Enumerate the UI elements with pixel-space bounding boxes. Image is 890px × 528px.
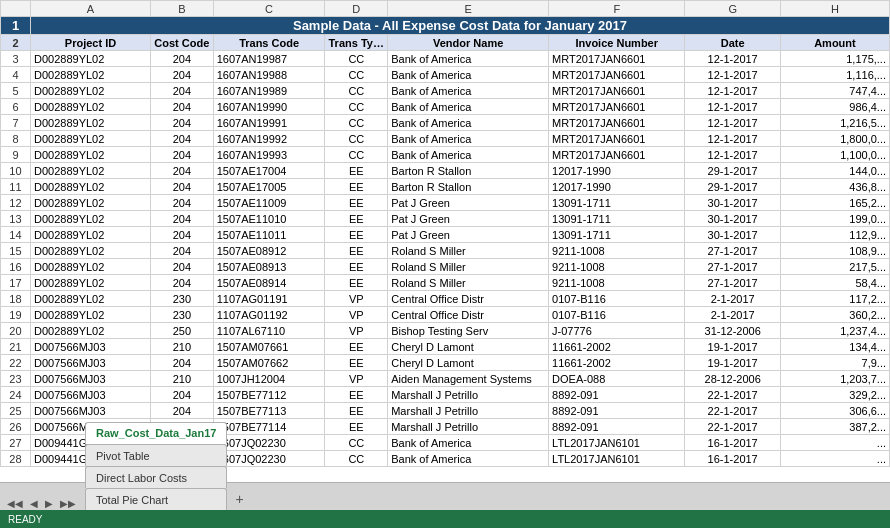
header-date: Date xyxy=(685,35,780,51)
header-amount: Amount xyxy=(780,35,889,51)
col-letter-a[interactable]: A xyxy=(30,1,150,17)
table-row[interactable]: 7D002889YL022041607AN19991CCBank of Amer… xyxy=(1,115,890,131)
col-letter-c[interactable]: C xyxy=(213,1,325,17)
spreadsheet-area: A B C D E F G H 1 Sample Data - All Expe… xyxy=(0,0,890,482)
spreadsheet-title: Sample Data - All Expense Cost Data for … xyxy=(30,17,889,35)
table-row[interactable]: 25D007566MJ032041507BE77113EEMarshall J … xyxy=(1,403,890,419)
table-row[interactable]: 23D007566MJ032101007JH12004VPAiden Manag… xyxy=(1,371,890,387)
table-row[interactable]: 24D007566MJ032041507BE77112EEMarshall J … xyxy=(1,387,890,403)
table-row[interactable]: 10D002889YL022041507AE17004EEBarton R St… xyxy=(1,163,890,179)
header-project-id: Project ID xyxy=(30,35,150,51)
table-row[interactable]: 19D002889YL022301107AG01192VPCentral Off… xyxy=(1,307,890,323)
row-num-1: 1 xyxy=(1,17,31,35)
status-text: READY xyxy=(8,514,42,525)
header-trans-code: Trans Code xyxy=(213,35,325,51)
table-row[interactable]: 4D002889YL022041607AN19988CCBank of Amer… xyxy=(1,67,890,83)
tab-nav-arrows: ◀◀ ◀ ▶ ▶▶ xyxy=(4,497,79,510)
table-row[interactable]: 18D002889YL022301107AG01191VPCentral Off… xyxy=(1,291,890,307)
sheet-tab-direct-labor-costs[interactable]: Direct Labor Costs xyxy=(85,466,227,488)
table-row[interactable]: 6D002889YL022041607AN19990CCBank of Amer… xyxy=(1,99,890,115)
table-row[interactable]: 8D002889YL022041607AN19992CCBank of Amer… xyxy=(1,131,890,147)
tab-nav-last[interactable]: ▶▶ xyxy=(57,497,79,510)
header-vendor-name: Vendor Name xyxy=(388,35,549,51)
header-invoice-number: Invoice Number xyxy=(549,35,685,51)
corner-cell xyxy=(1,1,31,17)
col-letter-f[interactable]: F xyxy=(549,1,685,17)
table-row[interactable]: 22D007566MJ032041507AM07662EECheryl D La… xyxy=(1,355,890,371)
table-row[interactable]: 21D007566MJ032101507AM07661EECheryl D La… xyxy=(1,339,890,355)
status-bar: READY xyxy=(0,510,890,528)
table-row[interactable]: 12D002889YL022041507AE11009EEPat J Green… xyxy=(1,195,890,211)
tab-add-button[interactable]: + xyxy=(229,488,249,510)
row-num-2: 2 xyxy=(1,35,31,51)
table-row[interactable]: 16D002889YL022041507AE08913EERoland S Mi… xyxy=(1,259,890,275)
table-row[interactable]: 20D002889YL022501107AL67110VPBishop Test… xyxy=(1,323,890,339)
table-row[interactable]: 3D002889YL022041607AN19987CCBank of Amer… xyxy=(1,51,890,67)
sheet-table-wrapper: A B C D E F G H 1 Sample Data - All Expe… xyxy=(0,0,890,482)
col-letter-d[interactable]: D xyxy=(325,1,388,17)
col-letter-h[interactable]: H xyxy=(780,1,889,17)
spreadsheet-app: A B C D E F G H 1 Sample Data - All Expe… xyxy=(0,0,890,528)
tab-nav-next[interactable]: ▶ xyxy=(42,497,56,510)
table-row[interactable]: 13D002889YL022041507AE11010EEPat J Green… xyxy=(1,211,890,227)
col-letter-row: A B C D E F G H xyxy=(1,1,890,17)
col-letter-g[interactable]: G xyxy=(685,1,780,17)
tab-bar: ◀◀ ◀ ▶ ▶▶ Raw_Cost_Data_Jan17Pivot Table… xyxy=(0,482,890,510)
header-trans-type: Trans Type xyxy=(325,35,388,51)
header-row: 2 Project ID Cost Code Trans Code Trans … xyxy=(1,35,890,51)
table-row[interactable]: 9D002889YL022041607AN19993CCBank of Amer… xyxy=(1,147,890,163)
sheet-tab-total-pie-chart[interactable]: Total Pie Chart xyxy=(85,488,227,510)
sheet-tab-pivot-table[interactable]: Pivot Table xyxy=(85,444,227,466)
sheet-tab-raw_cost_data_jan17[interactable]: Raw_Cost_Data_Jan17 xyxy=(85,422,227,444)
table-row[interactable]: 5D002889YL022041607AN19989CCBank of Amer… xyxy=(1,83,890,99)
table-row[interactable]: 15D002889YL022041507AE08912EERoland S Mi… xyxy=(1,243,890,259)
table-row[interactable]: 17D002889YL022041507AE08914EERoland S Mi… xyxy=(1,275,890,291)
tab-container: Raw_Cost_Data_Jan17Pivot TableDirect Lab… xyxy=(85,422,227,510)
header-cost-code: Cost Code xyxy=(150,35,213,51)
tab-nav-first[interactable]: ◀◀ xyxy=(4,497,26,510)
table-row[interactable]: 14D002889YL022041507AE11011EEPat J Green… xyxy=(1,227,890,243)
table-row[interactable]: 11D002889YL022041507AE17005EEBarton R St… xyxy=(1,179,890,195)
title-row: 1 Sample Data - All Expense Cost Data fo… xyxy=(1,17,890,35)
tab-nav-prev[interactable]: ◀ xyxy=(27,497,41,510)
col-letter-b[interactable]: B xyxy=(150,1,213,17)
col-letter-e[interactable]: E xyxy=(388,1,549,17)
spreadsheet-table: A B C D E F G H 1 Sample Data - All Expe… xyxy=(0,0,890,467)
